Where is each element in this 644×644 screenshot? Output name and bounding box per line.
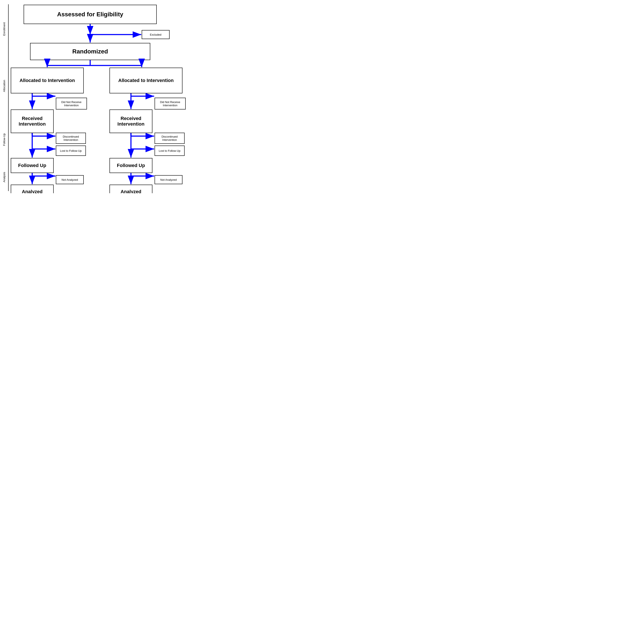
enrollment-label: Enrollment bbox=[0, 4, 8, 54]
excluded-box: Excluded bbox=[142, 30, 170, 39]
lost-left-box: Lost to Follow-Up bbox=[56, 146, 86, 156]
lost-right-box: Lost to Follow-Up bbox=[155, 146, 185, 156]
did-not-receive-right-box: Did Not Receive Intervention bbox=[155, 98, 186, 109]
followed-right-box: Followed Up bbox=[109, 158, 152, 173]
received-right-box: Received Intervention bbox=[109, 109, 152, 133]
discontinued-left-box: Discontinued Intervention bbox=[56, 133, 86, 144]
diagram-container: Enrollment Allocation Follow-Up Analysis… bbox=[0, 0, 193, 193]
did-not-receive-left-box: Did Not Receive Intervention bbox=[56, 98, 87, 109]
discontinued-right-box: Discontinued Intervention bbox=[155, 133, 185, 144]
followed-left-box: Followed Up bbox=[11, 158, 54, 173]
allocation-label: Allocation bbox=[0, 54, 8, 118]
received-left-box: Received Intervention bbox=[11, 109, 54, 133]
followup-label: Follow-Up bbox=[0, 118, 8, 161]
analyzed-left-box: Analyzed bbox=[11, 185, 54, 193]
analyzed-right-box: Analyzed bbox=[109, 185, 152, 193]
not-analyzed-left-box: Not Analyzed bbox=[56, 175, 84, 184]
allocated-left-box: Allocated to Intervention bbox=[11, 68, 84, 93]
eligibility-box: Assessed for Eligibility bbox=[24, 5, 157, 24]
not-analyzed-right-box: Not Analyzed bbox=[155, 175, 182, 184]
randomized-box: Randomized bbox=[30, 43, 150, 60]
analysis-label: Analysis bbox=[0, 161, 8, 193]
allocated-right-box: Allocated to Intervention bbox=[109, 68, 182, 93]
